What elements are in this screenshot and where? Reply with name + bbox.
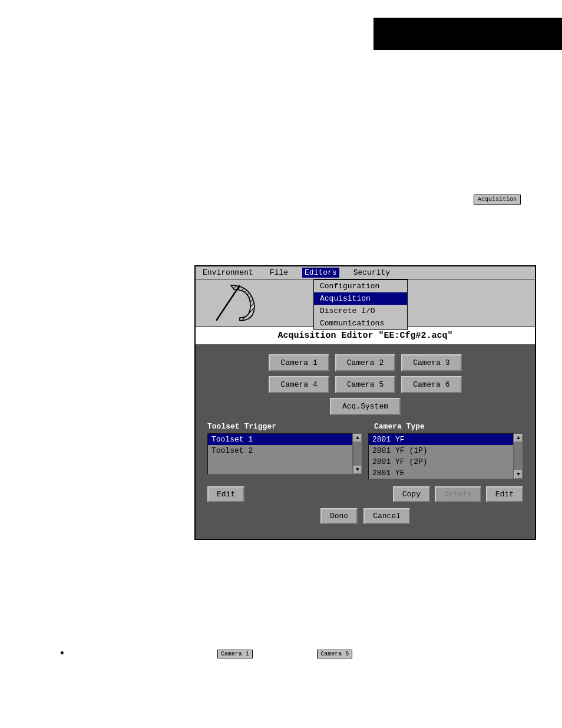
toolset-scroll-track bbox=[353, 442, 362, 466]
camera4-button[interactable]: Camera 4 bbox=[269, 376, 329, 393]
camera5-button[interactable]: Camera 5 bbox=[335, 376, 395, 393]
edit-left-button[interactable]: Edit bbox=[207, 486, 244, 502]
top-bar bbox=[373, 18, 562, 50]
camera-type-list[interactable]: 2801 YF 2801 YF (1P) 2801 YF (2P) 2801 Y… bbox=[368, 433, 514, 479]
camera-type-item-3[interactable]: 2801 YF (2P) bbox=[369, 456, 513, 467]
camera-type-list-with-scroll: 2801 YF 2801 YF (1P) 2801 YF (2P) 2801 Y… bbox=[368, 433, 523, 479]
camera-type-scrollbar[interactable]: ▲ ▼ bbox=[514, 433, 523, 479]
camera-type-scroll-down[interactable]: ▼ bbox=[514, 470, 523, 479]
camera-type-scroll-track bbox=[514, 442, 523, 470]
dropdown-discrete-io[interactable]: Discrete I/O bbox=[314, 305, 407, 317]
camera-type-item-2[interactable]: 2801 YF (1P) bbox=[369, 445, 513, 456]
camera-type-list-container: 2801 YF 2801 YF (1P) 2801 YF (2P) 2801 Y… bbox=[368, 433, 523, 479]
action-buttons-row: Edit Copy Delete Edit bbox=[207, 486, 523, 502]
done-cancel-row: Done Cancel bbox=[207, 508, 523, 530]
toolset-item-2[interactable]: Toolset 2 bbox=[208, 445, 352, 456]
svg-line-1 bbox=[216, 285, 240, 321]
editors-dropdown: Configuration Acquisition Discrete I/O C… bbox=[313, 279, 408, 330]
labels-row: Toolset Trigger Camera Type bbox=[207, 422, 523, 431]
toolset-list-container: Toolset 1 Toolset 2 ▲ ▼ bbox=[207, 433, 362, 475]
acquisition-top-button[interactable]: Acquisition bbox=[474, 195, 521, 205]
menu-file[interactable]: File bbox=[267, 268, 290, 278]
main-dialog: Environment File Editors Security bbox=[194, 265, 536, 540]
camera1-button[interactable]: Camera 1 bbox=[269, 354, 329, 371]
acq-system-button[interactable]: Acq.System bbox=[330, 398, 401, 415]
bottom-text-section: • Camera 1 Camera 6 bbox=[59, 648, 533, 659]
logo-area: Configuration Acquisition Discrete I/O C… bbox=[196, 279, 535, 327]
toolset-list[interactable]: Toolset 1 Toolset 2 bbox=[207, 433, 353, 475]
toolset-item-1[interactable]: Toolset 1 bbox=[208, 434, 352, 445]
camera-type-item-4[interactable]: 2801 YE bbox=[369, 467, 513, 479]
acquisition-top-label: Acquisition bbox=[478, 196, 517, 203]
menu-bar: Environment File Editors Security bbox=[196, 266, 535, 279]
menu-security[interactable]: Security bbox=[351, 268, 392, 278]
camera6-button[interactable]: Camera 6 bbox=[401, 376, 461, 393]
toolset-label: Toolset Trigger bbox=[207, 422, 356, 431]
dropdown-configuration[interactable]: Configuration bbox=[314, 280, 407, 292]
camera-type-scroll-up[interactable]: ▲ bbox=[514, 434, 523, 442]
bullet-point: • bbox=[59, 648, 65, 659]
bottom-text-before bbox=[70, 650, 213, 658]
delete-button[interactable]: Delete bbox=[435, 486, 481, 502]
lists-section: Toolset 1 Toolset 2 ▲ ▼ 2801 YF 2801 YF … bbox=[207, 433, 523, 479]
toolset-scrollbar[interactable]: ▲ ▼ bbox=[353, 433, 362, 475]
cancel-button[interactable]: Cancel bbox=[363, 508, 410, 524]
dropdown-communications[interactable]: Communications bbox=[314, 317, 407, 330]
toolset-list-with-scroll: Toolset 1 Toolset 2 ▲ ▼ bbox=[207, 433, 362, 475]
camera6-inline-label: Camera 6 bbox=[317, 650, 352, 658]
camera2-button[interactable]: Camera 2 bbox=[335, 354, 395, 371]
toolset-scroll-up[interactable]: ▲ bbox=[353, 434, 362, 442]
dialog-title-text: Acquisition Editor "EE:Cfg#2.acq" bbox=[277, 331, 452, 341]
copy-button[interactable]: Copy bbox=[393, 486, 430, 502]
logo-graphic bbox=[204, 282, 263, 324]
done-button[interactable]: Done bbox=[320, 508, 358, 524]
edit-right-button[interactable]: Edit bbox=[486, 486, 523, 502]
bottom-text-middle bbox=[257, 650, 313, 658]
menu-environment[interactable]: Environment bbox=[200, 268, 256, 278]
content-area: Camera 1 Camera 2 Camera 3 Camera 4 Came… bbox=[196, 345, 535, 539]
toolset-scroll-down[interactable]: ▼ bbox=[353, 466, 362, 474]
camera-type-item-1[interactable]: 2801 YF bbox=[369, 434, 513, 445]
camera-row-2: Camera 4 Camera 5 Camera 6 bbox=[207, 376, 523, 393]
camera3-button[interactable]: Camera 3 bbox=[401, 354, 461, 371]
dropdown-acquisition[interactable]: Acquisition bbox=[314, 292, 407, 305]
camera-row-1: Camera 1 Camera 2 Camera 3 bbox=[207, 354, 523, 371]
camera1-inline-label: Camera 1 bbox=[217, 650, 253, 658]
menu-editors[interactable]: Editors bbox=[302, 268, 339, 278]
camera-type-label: Camera Type bbox=[374, 422, 523, 431]
